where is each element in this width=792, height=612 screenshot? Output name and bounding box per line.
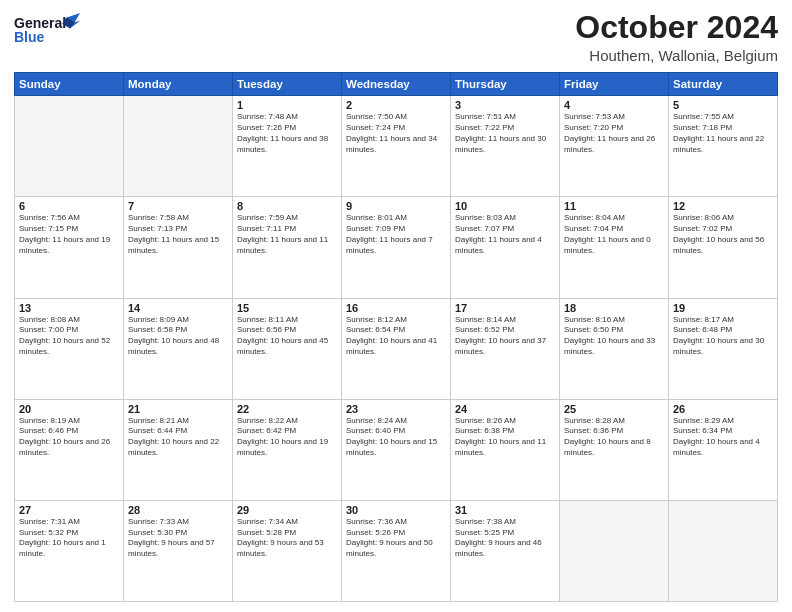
- calendar-cell: 11Sunrise: 8:04 AM Sunset: 7:04 PM Dayli…: [560, 197, 669, 298]
- week-row-2: 13Sunrise: 8:08 AM Sunset: 7:00 PM Dayli…: [15, 298, 778, 399]
- day-number: 22: [237, 403, 337, 415]
- location-title: Houthem, Wallonia, Belgium: [575, 47, 778, 64]
- day-header-thursday: Thursday: [451, 73, 560, 96]
- calendar-cell: [669, 500, 778, 601]
- cell-text: Sunrise: 8:17 AM Sunset: 6:48 PM Dayligh…: [673, 315, 773, 358]
- cell-text: Sunrise: 8:14 AM Sunset: 6:52 PM Dayligh…: [455, 315, 555, 358]
- calendar-cell: 26Sunrise: 8:29 AM Sunset: 6:34 PM Dayli…: [669, 399, 778, 500]
- cell-text: Sunrise: 8:03 AM Sunset: 7:07 PM Dayligh…: [455, 213, 555, 256]
- day-number: 11: [564, 200, 664, 212]
- cell-text: Sunrise: 7:33 AM Sunset: 5:30 PM Dayligh…: [128, 517, 228, 560]
- calendar-cell: 13Sunrise: 8:08 AM Sunset: 7:00 PM Dayli…: [15, 298, 124, 399]
- calendar-cell: 21Sunrise: 8:21 AM Sunset: 6:44 PM Dayli…: [124, 399, 233, 500]
- logo: General Blue: [14, 10, 84, 50]
- calendar-cell: 7Sunrise: 7:58 AM Sunset: 7:13 PM Daylig…: [124, 197, 233, 298]
- day-number: 7: [128, 200, 228, 212]
- week-row-0: 1Sunrise: 7:48 AM Sunset: 7:26 PM Daylig…: [15, 96, 778, 197]
- calendar-cell: 31Sunrise: 7:38 AM Sunset: 5:25 PM Dayli…: [451, 500, 560, 601]
- day-number: 15: [237, 302, 337, 314]
- calendar-cell: 29Sunrise: 7:34 AM Sunset: 5:28 PM Dayli…: [233, 500, 342, 601]
- calendar-cell: 10Sunrise: 8:03 AM Sunset: 7:07 PM Dayli…: [451, 197, 560, 298]
- day-header-tuesday: Tuesday: [233, 73, 342, 96]
- cell-text: Sunrise: 8:11 AM Sunset: 6:56 PM Dayligh…: [237, 315, 337, 358]
- day-number: 16: [346, 302, 446, 314]
- title-block: October 2024 Houthem, Wallonia, Belgium: [575, 10, 778, 64]
- month-title: October 2024: [575, 10, 778, 45]
- cell-text: Sunrise: 7:53 AM Sunset: 7:20 PM Dayligh…: [564, 112, 664, 155]
- calendar-table: SundayMondayTuesdayWednesdayThursdayFrid…: [14, 72, 778, 602]
- cell-text: Sunrise: 7:31 AM Sunset: 5:32 PM Dayligh…: [19, 517, 119, 560]
- day-number: 23: [346, 403, 446, 415]
- header: General Blue October 2024 Houthem, Wallo…: [14, 10, 778, 64]
- cell-text: Sunrise: 7:59 AM Sunset: 7:11 PM Dayligh…: [237, 213, 337, 256]
- calendar-cell: [15, 96, 124, 197]
- week-row-4: 27Sunrise: 7:31 AM Sunset: 5:32 PM Dayli…: [15, 500, 778, 601]
- calendar-cell: 20Sunrise: 8:19 AM Sunset: 6:46 PM Dayli…: [15, 399, 124, 500]
- logo-svg: General Blue: [14, 10, 84, 50]
- day-number: 30: [346, 504, 446, 516]
- calendar-cell: 17Sunrise: 8:14 AM Sunset: 6:52 PM Dayli…: [451, 298, 560, 399]
- calendar-cell: 24Sunrise: 8:26 AM Sunset: 6:38 PM Dayli…: [451, 399, 560, 500]
- cell-text: Sunrise: 7:50 AM Sunset: 7:24 PM Dayligh…: [346, 112, 446, 155]
- day-header-monday: Monday: [124, 73, 233, 96]
- day-header-sunday: Sunday: [15, 73, 124, 96]
- day-number: 1: [237, 99, 337, 111]
- day-number: 28: [128, 504, 228, 516]
- day-number: 4: [564, 99, 664, 111]
- cell-text: Sunrise: 8:08 AM Sunset: 7:00 PM Dayligh…: [19, 315, 119, 358]
- day-number: 25: [564, 403, 664, 415]
- calendar-cell: 12Sunrise: 8:06 AM Sunset: 7:02 PM Dayli…: [669, 197, 778, 298]
- svg-text:Blue: Blue: [14, 29, 45, 45]
- calendar-cell: 28Sunrise: 7:33 AM Sunset: 5:30 PM Dayli…: [124, 500, 233, 601]
- calendar-cell: [124, 96, 233, 197]
- week-row-3: 20Sunrise: 8:19 AM Sunset: 6:46 PM Dayli…: [15, 399, 778, 500]
- calendar-cell: 5Sunrise: 7:55 AM Sunset: 7:18 PM Daylig…: [669, 96, 778, 197]
- cell-text: Sunrise: 8:22 AM Sunset: 6:42 PM Dayligh…: [237, 416, 337, 459]
- day-number: 19: [673, 302, 773, 314]
- calendar-header-row: SundayMondayTuesdayWednesdayThursdayFrid…: [15, 73, 778, 96]
- cell-text: Sunrise: 8:24 AM Sunset: 6:40 PM Dayligh…: [346, 416, 446, 459]
- day-header-saturday: Saturday: [669, 73, 778, 96]
- day-number: 29: [237, 504, 337, 516]
- cell-text: Sunrise: 8:21 AM Sunset: 6:44 PM Dayligh…: [128, 416, 228, 459]
- week-row-1: 6Sunrise: 7:56 AM Sunset: 7:15 PM Daylig…: [15, 197, 778, 298]
- cell-text: Sunrise: 7:56 AM Sunset: 7:15 PM Dayligh…: [19, 213, 119, 256]
- day-header-friday: Friday: [560, 73, 669, 96]
- day-number: 26: [673, 403, 773, 415]
- cell-text: Sunrise: 7:38 AM Sunset: 5:25 PM Dayligh…: [455, 517, 555, 560]
- day-number: 31: [455, 504, 555, 516]
- calendar-cell: 18Sunrise: 8:16 AM Sunset: 6:50 PM Dayli…: [560, 298, 669, 399]
- cell-text: Sunrise: 8:04 AM Sunset: 7:04 PM Dayligh…: [564, 213, 664, 256]
- cell-text: Sunrise: 7:36 AM Sunset: 5:26 PM Dayligh…: [346, 517, 446, 560]
- calendar-cell: 22Sunrise: 8:22 AM Sunset: 6:42 PM Dayli…: [233, 399, 342, 500]
- page: General Blue October 2024 Houthem, Wallo…: [0, 0, 792, 612]
- calendar-cell: 8Sunrise: 7:59 AM Sunset: 7:11 PM Daylig…: [233, 197, 342, 298]
- calendar-cell: 27Sunrise: 7:31 AM Sunset: 5:32 PM Dayli…: [15, 500, 124, 601]
- cell-text: Sunrise: 8:29 AM Sunset: 6:34 PM Dayligh…: [673, 416, 773, 459]
- day-number: 21: [128, 403, 228, 415]
- day-number: 8: [237, 200, 337, 212]
- cell-text: Sunrise: 8:26 AM Sunset: 6:38 PM Dayligh…: [455, 416, 555, 459]
- day-number: 17: [455, 302, 555, 314]
- cell-text: Sunrise: 7:58 AM Sunset: 7:13 PM Dayligh…: [128, 213, 228, 256]
- calendar-cell: 9Sunrise: 8:01 AM Sunset: 7:09 PM Daylig…: [342, 197, 451, 298]
- day-number: 10: [455, 200, 555, 212]
- day-number: 13: [19, 302, 119, 314]
- calendar-cell: 16Sunrise: 8:12 AM Sunset: 6:54 PM Dayli…: [342, 298, 451, 399]
- day-number: 3: [455, 99, 555, 111]
- calendar-cell: 2Sunrise: 7:50 AM Sunset: 7:24 PM Daylig…: [342, 96, 451, 197]
- day-header-wednesday: Wednesday: [342, 73, 451, 96]
- day-number: 20: [19, 403, 119, 415]
- cell-text: Sunrise: 7:34 AM Sunset: 5:28 PM Dayligh…: [237, 517, 337, 560]
- calendar-cell: 30Sunrise: 7:36 AM Sunset: 5:26 PM Dayli…: [342, 500, 451, 601]
- day-number: 18: [564, 302, 664, 314]
- day-number: 5: [673, 99, 773, 111]
- cell-text: Sunrise: 8:28 AM Sunset: 6:36 PM Dayligh…: [564, 416, 664, 459]
- cell-text: Sunrise: 7:48 AM Sunset: 7:26 PM Dayligh…: [237, 112, 337, 155]
- calendar-cell: 19Sunrise: 8:17 AM Sunset: 6:48 PM Dayli…: [669, 298, 778, 399]
- calendar-cell: 14Sunrise: 8:09 AM Sunset: 6:58 PM Dayli…: [124, 298, 233, 399]
- cell-text: Sunrise: 8:09 AM Sunset: 6:58 PM Dayligh…: [128, 315, 228, 358]
- cell-text: Sunrise: 7:55 AM Sunset: 7:18 PM Dayligh…: [673, 112, 773, 155]
- day-number: 24: [455, 403, 555, 415]
- calendar-cell: 4Sunrise: 7:53 AM Sunset: 7:20 PM Daylig…: [560, 96, 669, 197]
